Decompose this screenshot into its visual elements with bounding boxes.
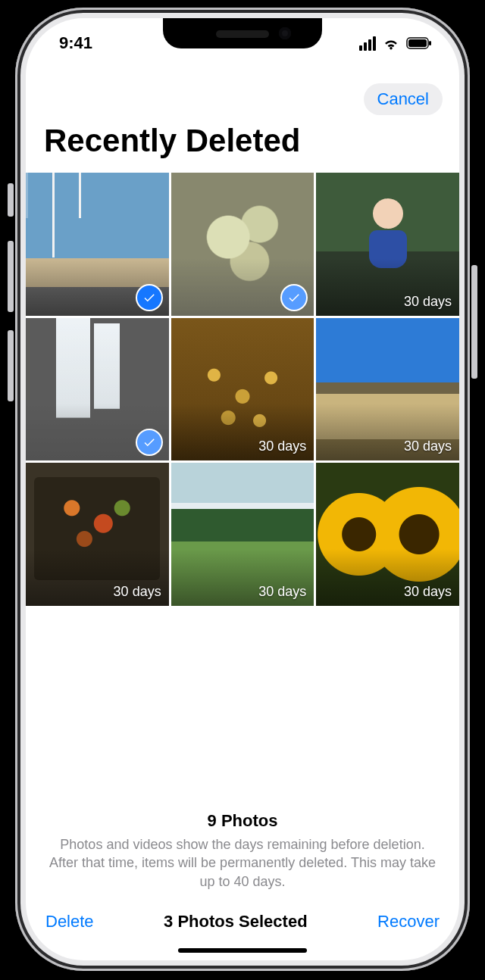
navigation-bar: Cancel xyxy=(26,61,459,120)
photo-grid: 30 days 30 days 30 days xyxy=(26,173,459,606)
days-remaining-label: 30 days xyxy=(404,294,452,310)
page-title: Recently Deleted xyxy=(26,120,459,173)
days-remaining-label: 30 days xyxy=(258,584,306,600)
days-remaining-label: 30 days xyxy=(404,439,452,454)
wifi-icon xyxy=(382,36,400,50)
photo-count: 9 Photos xyxy=(48,811,436,831)
selected-checkmark-icon xyxy=(282,286,306,310)
phone-frame: 9:41 Cancel Recently Deleted xyxy=(15,8,470,971)
photo-thumbnail[interactable]: 30 days xyxy=(316,173,459,316)
side-power-button[interactable] xyxy=(471,265,477,379)
volume-up-button[interactable] xyxy=(8,241,14,312)
battery-icon xyxy=(406,37,432,49)
selected-checkmark-icon xyxy=(137,430,161,454)
volume-down-button[interactable] xyxy=(8,330,14,401)
bottom-toolbar: Delete 3 Photos Selected Recover xyxy=(26,898,459,938)
photo-thumbnail[interactable] xyxy=(26,318,169,461)
cellular-icon xyxy=(359,36,376,51)
screen: 9:41 Cancel Recently Deleted xyxy=(26,18,459,960)
photo-thumbnail[interactable]: 30 days xyxy=(26,463,169,606)
mute-switch[interactable] xyxy=(8,183,14,217)
selection-count-label: 3 Photos Selected xyxy=(164,912,308,932)
summary: 9 Photos Photos and videos show the days… xyxy=(26,811,459,898)
photo-thumbnail[interactable]: 30 days xyxy=(171,463,314,606)
photo-thumbnail[interactable]: 30 days xyxy=(316,318,459,461)
days-remaining-label: 30 days xyxy=(114,584,161,600)
photo-thumbnail[interactable]: 30 days xyxy=(316,463,459,606)
status-time: 9:41 xyxy=(59,33,92,53)
recover-button[interactable]: Recover xyxy=(377,912,440,932)
deletion-explanation: Photos and videos show the days remainin… xyxy=(48,835,436,891)
delete-button[interactable]: Delete xyxy=(45,912,94,932)
days-remaining-label: 30 days xyxy=(404,584,452,600)
cancel-button[interactable]: Cancel xyxy=(364,83,443,115)
photo-thumbnail[interactable] xyxy=(171,173,314,316)
home-indicator[interactable] xyxy=(178,948,307,953)
photo-thumbnail[interactable] xyxy=(26,173,169,316)
svg-rect-2 xyxy=(429,41,431,45)
svg-rect-1 xyxy=(408,39,427,47)
photo-thumbnail[interactable]: 30 days xyxy=(171,318,314,461)
selected-checkmark-icon xyxy=(137,286,161,310)
notch xyxy=(163,18,322,48)
days-remaining-label: 30 days xyxy=(258,439,306,454)
